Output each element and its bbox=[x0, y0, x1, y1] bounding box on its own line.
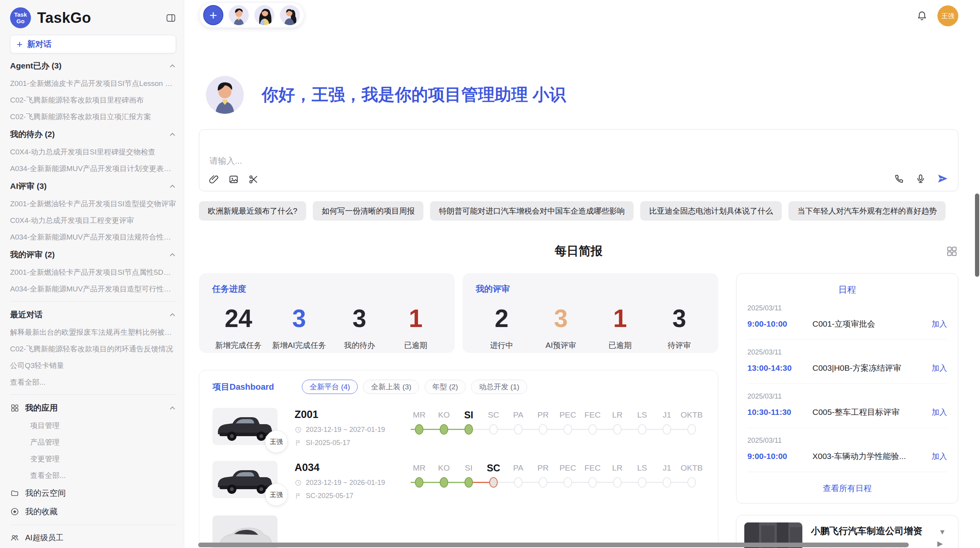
dashboard-filter-chip[interactable]: 全新上装 (3) bbox=[363, 380, 419, 394]
sidebar-item-cloud-space[interactable]: 我的云空间 bbox=[10, 484, 176, 502]
sidebar-item[interactable]: A034-全新新能源MUV产品开发项目造型可行性评审 bbox=[10, 281, 176, 297]
app-sub-item[interactable]: 项目管理 bbox=[10, 417, 176, 434]
join-meeting-link[interactable]: 加入 bbox=[932, 407, 947, 418]
layout-grid-icon[interactable] bbox=[946, 245, 958, 257]
paperclip-icon[interactable] bbox=[209, 174, 219, 185]
sidebar-item[interactable]: A034-全新新能源MUV产品开发项目计划变更表编写 bbox=[10, 160, 176, 177]
join-meeting-link[interactable]: 加入 bbox=[932, 363, 947, 373]
sidebar-section-recent[interactable]: 最近对话 bbox=[10, 305, 176, 324]
milestone-node bbox=[514, 424, 523, 435]
recent-conversation-item[interactable]: 查看全部... bbox=[10, 374, 176, 390]
vertical-scrollbar-thumb[interactable] bbox=[975, 194, 979, 277]
agent-avatar-1[interactable] bbox=[229, 5, 249, 25]
scroll-right-arrow-icon[interactable]: ▶ bbox=[937, 539, 943, 548]
suggestion-chip[interactable]: 特朗普可能对进口汽车增税会对中国车企造成哪些影响 bbox=[430, 201, 634, 221]
join-meeting-link[interactable]: 加入 bbox=[932, 319, 947, 329]
suggestion-chip[interactable]: 当下年轻人对汽车外观有怎样的喜好趋势 bbox=[788, 201, 946, 221]
horizontal-scrollbar-thumb[interactable] bbox=[198, 543, 909, 547]
flag-icon bbox=[295, 439, 302, 447]
recent-conversation-item[interactable]: 解释最新出台的欧盟报废车法规再生塑料比例被调至15%... bbox=[10, 324, 176, 341]
sidebar-tool-item[interactable]: 帮我写作 bbox=[10, 546, 176, 548]
suggestion-chip[interactable]: 比亚迪全固态电池计划具体说了什么 bbox=[640, 201, 782, 221]
app-title: TaskGo bbox=[37, 10, 159, 26]
project-row[interactable]: 王强Z0012023-12-19 ~ 2027-01-19SI-2025-05-… bbox=[212, 408, 705, 447]
sidebar-section-header[interactable]: Agent已办 (3) bbox=[10, 57, 176, 75]
sidebar-item[interactable]: Z001-全新燃油轻卡产品开发项目SI造型提交物评审 bbox=[10, 195, 176, 212]
sidebar-item[interactable]: Z001-全新燃油轻卡产品开发项目SI节点属性5D文件评审 bbox=[10, 264, 176, 281]
milestone-labels: MRKOSISCPAPRPECFECLRLSJ1OKTB bbox=[407, 408, 705, 422]
recent-conversation-item[interactable]: 公司Q3轻卡销量 bbox=[10, 357, 176, 374]
sidebar-item[interactable]: C02-飞腾新能源轻客改款项目立项汇报方案 bbox=[10, 108, 176, 125]
scissors-icon[interactable] bbox=[248, 174, 259, 185]
project-dates: 2023-12-19 ~ 2027-01-19 bbox=[295, 426, 390, 434]
project-date-range: 2023-12-19 ~ 2026-01-19 bbox=[306, 479, 385, 487]
dashboard-filter-chip[interactable]: 动总开发 (1) bbox=[471, 380, 527, 394]
sidebar-item[interactable]: C0X4-动力总成开发项目工程变更评审 bbox=[10, 212, 176, 229]
send-icon[interactable] bbox=[937, 173, 949, 185]
stat-card-title: 任务进度 bbox=[212, 283, 442, 295]
agent-avatar-pill: + bbox=[199, 2, 304, 28]
sidebar-item[interactable]: A034-全新新能源MUV产品开发项目法规符合性评审 bbox=[10, 229, 176, 245]
milestone-node bbox=[564, 424, 572, 435]
schedule-meeting-title: X003-车辆动力学性能验... bbox=[812, 451, 927, 462]
sidebar-section-header[interactable]: 我的评审 (2) bbox=[10, 245, 176, 264]
schedule-date: 2025/03/11 bbox=[747, 348, 947, 356]
cloud-folder-icon bbox=[10, 488, 19, 498]
agent-avatar-2[interactable] bbox=[254, 5, 274, 25]
new-chat-button[interactable]: + 新对话 bbox=[10, 35, 176, 53]
project-image: 王强 bbox=[212, 408, 278, 445]
chat-input[interactable]: 请输入... bbox=[199, 129, 958, 191]
user-avatar[interactable]: 王强 bbox=[937, 5, 958, 26]
sidebar-section: Agent已办 (3) Z001-全新燃油皮卡产品开发项目SI节点Lesson … bbox=[10, 57, 176, 125]
image-icon[interactable] bbox=[228, 174, 239, 185]
project-milestone-date: SC-2025-05-17 bbox=[295, 492, 390, 500]
app-sub-item[interactable]: 查看全部... bbox=[10, 467, 176, 484]
milestone-node bbox=[489, 424, 498, 435]
assistant-hero: 你好，王强，我是你的项目管理助理 小识 bbox=[199, 76, 958, 114]
sidebar-section-header[interactable]: 我的待办 (2) bbox=[10, 125, 176, 144]
sidebar-section-header[interactable]: AI评审 (3) bbox=[10, 177, 176, 195]
notification-bell-icon[interactable] bbox=[917, 10, 927, 21]
dashboard-title: 项目Dashboard bbox=[212, 381, 274, 393]
milestone-label: J1 bbox=[654, 461, 679, 475]
sidebar-collapse-icon[interactable] bbox=[166, 13, 176, 23]
section-title: AI评审 (3) bbox=[10, 181, 47, 192]
logo-text-top: Task bbox=[14, 11, 27, 18]
view-all-schedule-link[interactable]: 查看所有日程 bbox=[747, 483, 947, 494]
stat-value: 3 bbox=[538, 306, 584, 332]
sidebar-item[interactable]: C0X4-动力总成开发项目SI里程碑提交物检查 bbox=[10, 144, 176, 160]
milestone-label: PR bbox=[531, 408, 555, 422]
stat-value: 3 bbox=[656, 306, 702, 332]
join-meeting-link[interactable]: 加入 bbox=[932, 451, 947, 462]
app-sub-item[interactable]: 变更管理 bbox=[10, 450, 176, 467]
microphone-icon[interactable] bbox=[915, 173, 926, 184]
sidebar-tool-item[interactable]: AI超级员工 bbox=[10, 529, 176, 546]
agent-avatar-3[interactable] bbox=[280, 5, 300, 25]
sidebar-item[interactable]: Z001-全新燃油皮卡产品开发项目SI节点Lesson Learn报告 bbox=[10, 75, 176, 92]
schedule-row: 10:30-11:30C005-整车工程目标评审加入 bbox=[747, 407, 947, 428]
sidebar-item-favorites[interactable]: 我的收藏 bbox=[10, 502, 176, 521]
add-agent-button[interactable]: + bbox=[203, 5, 223, 25]
project-info: A0342023-12-19 ~ 2026-01-19SC-2025-05-17 bbox=[295, 461, 390, 500]
scroll-down-arrow-icon[interactable]: ▼ bbox=[939, 528, 946, 536]
milestone-node bbox=[464, 477, 473, 488]
project-row[interactable]: 王强A0342023-12-19 ~ 2026-01-19SC-2025-05-… bbox=[212, 461, 705, 500]
stat-value: 2 bbox=[479, 306, 524, 332]
tool-label: AI超级员工 bbox=[25, 533, 63, 543]
dashboard-filter-chip[interactable]: 全新平台 (4) bbox=[302, 380, 358, 394]
sidebar-section: 我的待办 (2) C0X4-动力总成开发项目SI里程碑提交物检查A034-全新新… bbox=[10, 125, 176, 177]
sidebar-header: Task Go TaskGo bbox=[10, 6, 176, 29]
app-sub-item[interactable]: 产品管理 bbox=[10, 434, 176, 450]
sidebar: Task Go TaskGo + 新对话 Agent已办 (3) Z001-全新… bbox=[0, 0, 184, 548]
sidebar-item-my-apps[interactable]: 我的应用 bbox=[10, 399, 176, 417]
recent-conversation-item[interactable]: C02-飞腾新能源轻客改款项目的闭环通告反馈情况 bbox=[10, 341, 176, 357]
dashboard-filter-chip[interactable]: 年型 (2) bbox=[425, 380, 466, 394]
project-milestone-label: SI-2025-05-17 bbox=[306, 439, 350, 447]
project-code: Z001 bbox=[295, 409, 390, 421]
sidebar-item[interactable]: C02-飞腾新能源轻客改款项目里程碑画布 bbox=[10, 92, 176, 108]
phone-icon[interactable] bbox=[894, 173, 905, 184]
suggestion-chips: 欧洲新规最近颁布了什么?如何写一份清晰的项目周报特朗普可能对进口汽车增税会对中国… bbox=[199, 201, 958, 221]
stat-card-title: 我的评审 bbox=[476, 283, 705, 295]
suggestion-chip[interactable]: 如何写一份清晰的项目周报 bbox=[313, 201, 423, 221]
suggestion-chip[interactable]: 欧洲新规最近颁布了什么? bbox=[199, 201, 306, 221]
